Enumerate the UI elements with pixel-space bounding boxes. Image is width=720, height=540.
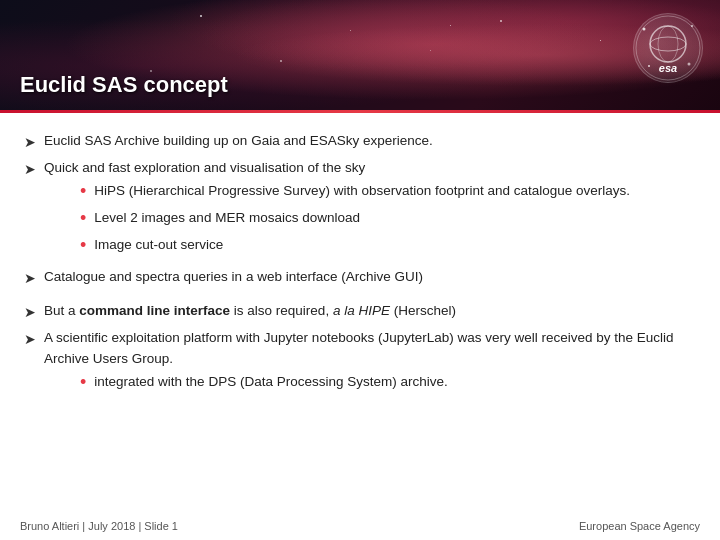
list-item: ➤ But a command line interface is also r… xyxy=(24,301,696,323)
sub-bullets-list: • HiPS (Hierarchical Progressive Survey)… xyxy=(80,181,696,259)
bullet-dot-icon: • xyxy=(80,205,86,232)
list-item: • Image cut-out service xyxy=(80,235,696,259)
bullet-text: A scientific exploitation platform with … xyxy=(44,328,696,399)
bullet-dot-icon: • xyxy=(80,232,86,259)
bullet-arrow-icon: ➤ xyxy=(24,302,36,323)
bullet-arrow-icon: ➤ xyxy=(24,132,36,153)
list-item: • HiPS (Hierarchical Progressive Survey)… xyxy=(80,181,696,205)
main-content: ➤ Euclid SAS Archive building up on Gaia… xyxy=(0,113,720,414)
sub-bullet-text: Image cut-out service xyxy=(94,235,223,255)
footer: Bruno Altieri | July 2018 | Slide 1 Euro… xyxy=(0,520,720,532)
header: esa Euclid SAS concept xyxy=(0,0,720,110)
list-item: • Level 2 images and MER mosaics downloa… xyxy=(80,208,696,232)
bullet-arrow-icon: ➤ xyxy=(24,159,36,180)
bullet-dot-icon: • xyxy=(80,178,86,205)
svg-text:esa: esa xyxy=(659,62,677,74)
esa-logo: esa xyxy=(632,12,704,84)
list-item: ➤ Catalogue and spectra queries in a web… xyxy=(24,267,696,289)
italic-text: a la HIPE xyxy=(333,303,390,318)
bold-text: command line interface xyxy=(79,303,230,318)
list-item: ➤ A scientific exploitation platform wit… xyxy=(24,328,696,399)
bullet-dot-icon: • xyxy=(80,369,86,396)
bullet-text: Catalogue and spectra queries in a web i… xyxy=(44,267,696,287)
sub-bullets-list: • integrated with the DPS (Data Processi… xyxy=(80,372,696,396)
footer-left-text: Bruno Altieri | July 2018 | Slide 1 xyxy=(20,520,178,532)
footer-right-text: European Space Agency xyxy=(579,520,700,532)
bullet-arrow-icon: ➤ xyxy=(24,329,36,350)
bullet-text: But a command line interface is also req… xyxy=(44,301,696,321)
svg-point-8 xyxy=(648,65,650,67)
page-title: Euclid SAS concept xyxy=(20,72,228,98)
svg-point-7 xyxy=(688,63,691,66)
list-item: • integrated with the DPS (Data Processi… xyxy=(80,372,696,396)
svg-point-1 xyxy=(650,26,686,62)
sub-bullet-text: Level 2 images and MER mosaics download xyxy=(94,208,360,228)
bullet-text: Quick and fast exploration and visualisa… xyxy=(44,158,696,262)
sub-bullet-text: HiPS (Hierarchical Progressive Survey) w… xyxy=(94,181,630,201)
bullet-arrow-icon: ➤ xyxy=(24,268,36,289)
sub-bullet-text: integrated with the DPS (Data Processing… xyxy=(94,372,447,392)
svg-point-6 xyxy=(691,25,693,27)
bullet-text: Euclid SAS Archive building up on Gaia a… xyxy=(44,131,696,151)
svg-point-5 xyxy=(643,28,646,31)
list-item: ➤ Quick and fast exploration and visuali… xyxy=(24,158,696,262)
svg-point-2 xyxy=(650,37,686,51)
list-item: ➤ Euclid SAS Archive building up on Gaia… xyxy=(24,131,696,153)
svg-point-3 xyxy=(658,26,678,62)
